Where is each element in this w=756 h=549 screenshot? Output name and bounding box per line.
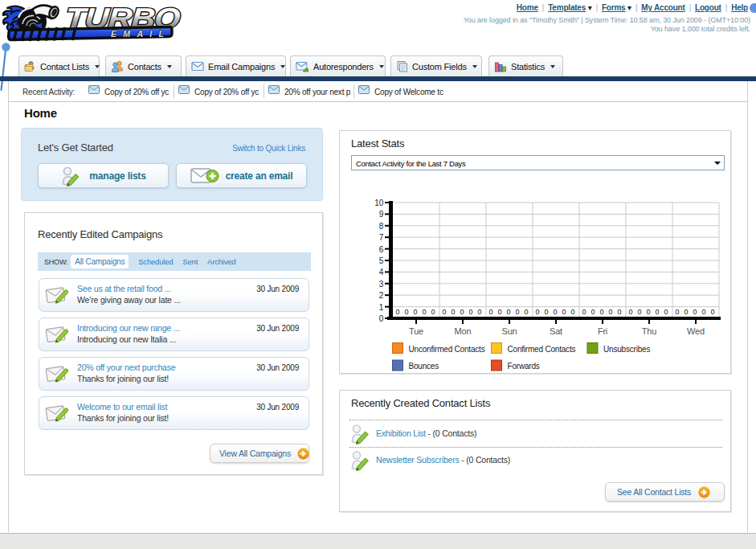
svg-text:0: 0 [656,308,660,316]
svg-text:9: 9 [379,210,384,219]
svg-text:Thu: Thu [642,326,656,336]
svg-text:Unsubscribes: Unsubscribes [603,345,650,354]
svg-text:Mon: Mon [455,326,472,336]
svg-text:Bounces: Bounces [409,362,439,371]
svg-text:Sun: Sun [502,326,517,336]
svg-text:0: 0 [618,308,622,316]
svg-text:0: 0 [609,308,613,316]
svg-text:0: 0 [545,308,549,316]
svg-text:Unconfirmed Contacts: Unconfirmed Contacts [409,345,485,354]
svg-text:0: 0 [702,308,706,316]
svg-text:0: 0 [379,314,384,323]
svg-text:0: 0 [591,308,595,316]
svg-text:0: 0 [571,308,575,316]
svg-text:Sat: Sat [550,326,562,336]
svg-text:0: 0 [562,308,566,316]
svg-text:6: 6 [379,245,384,254]
svg-text:0: 0 [452,308,456,316]
svg-text:3: 3 [379,280,384,289]
svg-text:Confirmed Contacts: Confirmed Contacts [508,345,576,354]
svg-text:0: 0 [405,308,409,316]
svg-text:0: 0 [582,308,586,316]
svg-text:0: 0 [525,308,529,316]
svg-text:0: 0 [693,308,697,316]
svg-text:0: 0 [414,308,418,316]
svg-text:2: 2 [379,291,384,300]
svg-text:0: 0 [396,308,400,316]
svg-text:Tue: Tue [409,326,423,336]
svg-text:0: 0 [629,308,633,316]
svg-text:8: 8 [379,222,384,231]
svg-text:0: 0 [676,308,680,316]
svg-text:1: 1 [379,303,384,312]
svg-text:0: 0 [554,308,558,316]
svg-text:0: 0 [507,308,511,316]
svg-text:0: 0 [684,308,689,316]
svg-text:0: 0 [638,308,642,316]
svg-text:7: 7 [379,233,384,242]
svg-text:10: 10 [374,199,383,207]
svg-text:0: 0 [478,308,482,316]
svg-text:0: 0 [647,308,651,316]
svg-text:4: 4 [379,268,384,277]
svg-text:0: 0 [516,308,520,316]
svg-text:5: 5 [379,256,384,265]
svg-text:0: 0 [664,308,668,316]
svg-text:0: 0 [423,308,427,316]
svg-text:0: 0 [460,308,464,316]
svg-text:Forwards: Forwards [508,362,540,371]
svg-text:EMAIL: EMAIL [111,29,169,39]
svg-text:0: 0 [536,308,540,316]
svg-text:Fri: Fri [598,326,607,336]
svg-text:0: 0 [711,308,715,316]
svg-text:Wed: Wed [687,326,705,336]
svg-text:0: 0 [498,308,502,316]
svg-text:0: 0 [469,308,473,316]
svg-text:0: 0 [489,308,493,316]
svg-text:0: 0 [443,308,447,316]
svg-text:0: 0 [600,308,604,316]
svg-text:0: 0 [431,308,435,316]
